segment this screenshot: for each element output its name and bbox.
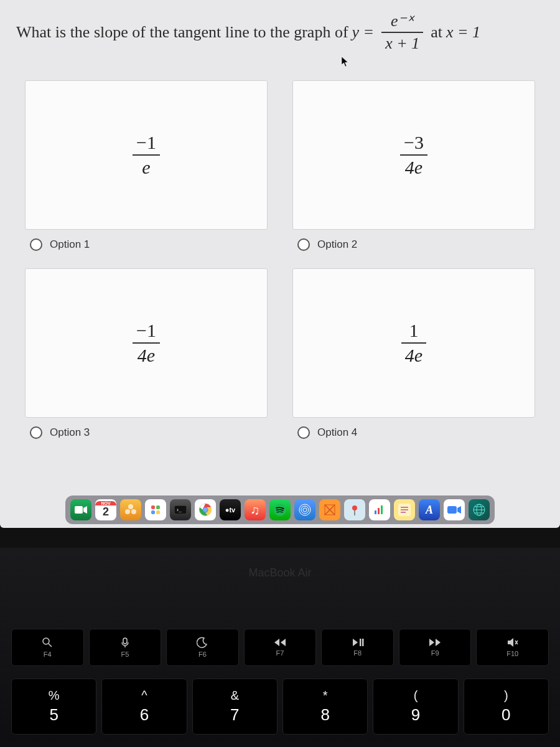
option-3-label: Option 3 [50, 426, 90, 439]
moon-icon [197, 637, 208, 648]
dock-font-icon[interactable]: A [419, 499, 440, 520]
option-3-fraction: −1 4e [133, 320, 160, 366]
option-1-card[interactable]: −1 e [25, 80, 268, 230]
key-6-number: 6 [140, 705, 149, 725]
question-prefix: What is the slope of the tangent line to… [16, 23, 348, 42]
key-8-symbol: * [323, 688, 328, 703]
svg-rect-25 [362, 639, 364, 646]
dock-airdrop-icon[interactable] [294, 499, 315, 520]
option-4-radio[interactable] [297, 426, 310, 439]
key-f8[interactable]: F8 [321, 629, 394, 666]
dock-apple-tv-icon[interactable]: ●tv [220, 499, 241, 520]
fraction-bar [381, 32, 423, 33]
dock-facetime-icon[interactable] [70, 499, 91, 520]
svg-text:›_: ›_ [177, 507, 182, 513]
svg-rect-19 [447, 506, 457, 514]
dock-app-icon-2[interactable] [319, 499, 340, 520]
option-4-fraction: 1 4e [401, 320, 426, 366]
option-3-radio-row[interactable]: Option 3 [25, 418, 268, 441]
play-pause-icon [352, 638, 364, 647]
key-f7[interactable]: F7 [244, 629, 317, 666]
key-f6[interactable]: F6 [166, 629, 239, 666]
option-2-card[interactable]: −3 4e [292, 80, 535, 230]
svg-point-12 [301, 506, 309, 514]
key-f5-label: F5 [121, 651, 129, 658]
dock-notes-icon[interactable] [394, 499, 415, 520]
svg-point-3 [131, 509, 136, 514]
key-6[interactable]: ^ 6 [101, 679, 187, 735]
option-1-radio[interactable] [30, 238, 42, 251]
key-0[interactable]: ) 0 [464, 679, 549, 735]
screen: What is the slope of the tangent line to… [0, 0, 560, 528]
option-2-radio[interactable] [297, 238, 310, 251]
svg-point-2 [125, 509, 130, 514]
svg-point-9 [203, 508, 208, 512]
dock-terminal-icon[interactable]: ›_ [170, 499, 191, 520]
key-f6-label: F6 [198, 651, 207, 658]
option-3-block: −1 4e Option 3 [25, 268, 268, 441]
dock-calendar-icon[interactable]: NOV 2 [95, 499, 116, 520]
dock-spotify-icon[interactable] [269, 499, 291, 520]
dock-thumbtack-icon[interactable] [344, 499, 365, 520]
calendar-day: 2 [103, 505, 109, 519]
option-2-radio-row[interactable]: Option 2 [292, 230, 535, 253]
key-f9[interactable]: F9 [399, 629, 472, 666]
option-2-label: Option 2 [317, 238, 357, 251]
svg-point-11 [303, 508, 307, 512]
key-f10[interactable]: F10 [476, 629, 549, 666]
macbook-label: MacBook Air [0, 548, 560, 622]
svg-rect-15 [375, 510, 376, 514]
mute-icon [506, 637, 519, 647]
option-3-card[interactable]: −1 4e [25, 268, 268, 418]
question-text: What is the slope of the tangent line to… [0, 0, 560, 55]
fraction-numerator: e⁻ˣ [387, 11, 418, 31]
key-8[interactable]: * 8 [282, 679, 368, 735]
dock-photos-icon[interactable] [120, 499, 141, 520]
option-2-fraction: −3 4e [400, 132, 427, 178]
dock-globe-icon[interactable] [469, 499, 490, 520]
key-f4[interactable]: F4 [11, 629, 84, 666]
key-6-symbol: ^ [141, 688, 147, 703]
calendar-month: NOV [95, 501, 116, 505]
option-4-radio-row[interactable]: Option 4 [292, 418, 535, 441]
options-grid: −1 e Option 1 −3 4e Option 2 [0, 55, 560, 454]
svg-rect-23 [123, 638, 127, 644]
key-9-symbol: ( [414, 688, 418, 703]
key-9[interactable]: ( 9 [373, 679, 458, 735]
option-1-radio-row[interactable]: Option 1 [25, 230, 268, 253]
mic-icon [119, 637, 131, 648]
option-3-denominator: 4e [134, 345, 159, 366]
key-f8-label: F8 [353, 649, 362, 657]
question-at: at [431, 23, 442, 42]
rewind-icon [273, 638, 287, 647]
keyboard: MacBook Air F4 F5 F6 F7 F8 F9 F10 [0, 548, 560, 747]
dock-camera-icon[interactable] [444, 499, 465, 520]
question-fraction: e⁻ˣ x + 1 [381, 11, 423, 53]
option-4-card[interactable]: 1 4e [292, 268, 535, 418]
option-2-denominator: 4e [401, 157, 426, 178]
option-4-label: Option 4 [317, 426, 357, 439]
dock-container: NOV 2 ›_ ●tv ♫ [0, 496, 560, 528]
key-7-symbol: & [231, 688, 239, 703]
key-0-number: 0 [502, 705, 510, 725]
dock-music-icon[interactable]: ♫ [245, 499, 266, 520]
option-3-radio[interactable] [30, 426, 42, 439]
option-4-denominator: 4e [401, 345, 426, 366]
key-5[interactable]: % 5 [11, 679, 96, 735]
key-7[interactable]: & 7 [192, 679, 278, 735]
key-5-number: 5 [49, 705, 58, 725]
dock-stats-icon[interactable] [369, 499, 390, 520]
option-2-block: −3 4e Option 2 [292, 80, 535, 253]
cursor-icon [341, 56, 350, 67]
key-7-number: 7 [230, 705, 239, 725]
key-f4-label: F4 [44, 651, 52, 658]
dock-app-icon-1[interactable] [145, 499, 166, 520]
fraction-denominator: x + 1 [381, 34, 423, 53]
svg-point-1 [128, 504, 133, 509]
svg-rect-24 [360, 639, 362, 646]
key-f5[interactable]: F5 [89, 629, 162, 666]
number-key-row: % 5 ^ 6 & 7 * 8 ( 9 ) 0 [0, 672, 560, 741]
search-icon [42, 637, 53, 648]
dock-chrome-icon[interactable] [195, 499, 216, 520]
key-f9-label: F9 [431, 649, 439, 657]
